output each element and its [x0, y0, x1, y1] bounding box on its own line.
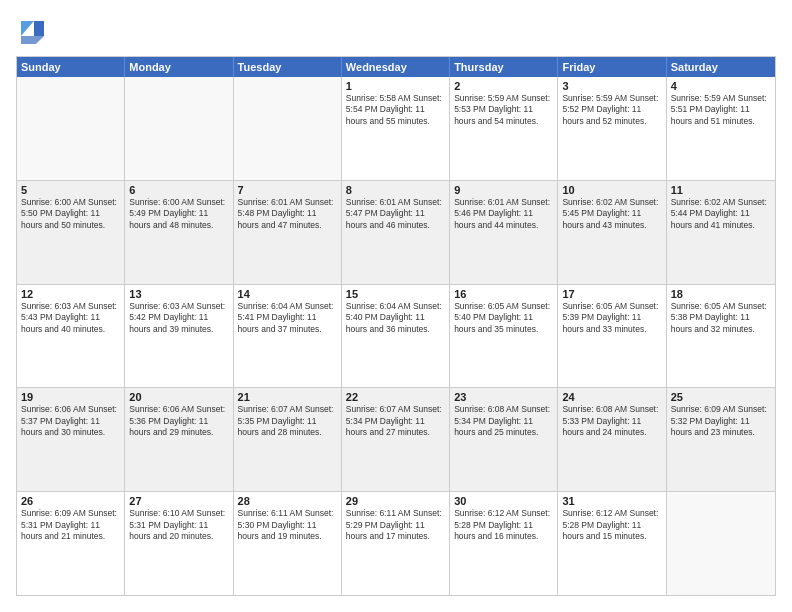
calendar-cell	[234, 77, 342, 180]
calendar-cell: 29Sunrise: 6:11 AM Sunset: 5:29 PM Dayli…	[342, 492, 450, 595]
day-number: 5	[21, 184, 120, 196]
weekday-header: Tuesday	[234, 57, 342, 77]
day-number: 11	[671, 184, 771, 196]
calendar-cell: 6Sunrise: 6:00 AM Sunset: 5:49 PM Daylig…	[125, 181, 233, 284]
day-info: Sunrise: 6:08 AM Sunset: 5:34 PM Dayligh…	[454, 404, 553, 438]
day-info: Sunrise: 6:11 AM Sunset: 5:29 PM Dayligh…	[346, 508, 445, 542]
day-number: 24	[562, 391, 661, 403]
day-number: 15	[346, 288, 445, 300]
day-number: 14	[238, 288, 337, 300]
day-info: Sunrise: 6:04 AM Sunset: 5:41 PM Dayligh…	[238, 301, 337, 335]
day-number: 25	[671, 391, 771, 403]
day-info: Sunrise: 6:12 AM Sunset: 5:28 PM Dayligh…	[562, 508, 661, 542]
calendar-cell: 12Sunrise: 6:03 AM Sunset: 5:43 PM Dayli…	[17, 285, 125, 388]
calendar-row: 19Sunrise: 6:06 AM Sunset: 5:37 PM Dayli…	[17, 387, 775, 491]
weekday-header: Thursday	[450, 57, 558, 77]
weekday-header: Friday	[558, 57, 666, 77]
calendar-cell: 24Sunrise: 6:08 AM Sunset: 5:33 PM Dayli…	[558, 388, 666, 491]
calendar-cell: 22Sunrise: 6:07 AM Sunset: 5:34 PM Dayli…	[342, 388, 450, 491]
page: SundayMondayTuesdayWednesdayThursdayFrid…	[0, 0, 792, 612]
day-number: 7	[238, 184, 337, 196]
calendar-cell: 1Sunrise: 5:58 AM Sunset: 5:54 PM Daylig…	[342, 77, 450, 180]
calendar-row: 12Sunrise: 6:03 AM Sunset: 5:43 PM Dayli…	[17, 284, 775, 388]
day-number: 27	[129, 495, 228, 507]
calendar-cell: 10Sunrise: 6:02 AM Sunset: 5:45 PM Dayli…	[558, 181, 666, 284]
day-number: 16	[454, 288, 553, 300]
day-info: Sunrise: 6:02 AM Sunset: 5:45 PM Dayligh…	[562, 197, 661, 231]
day-info: Sunrise: 6:04 AM Sunset: 5:40 PM Dayligh…	[346, 301, 445, 335]
day-info: Sunrise: 6:12 AM Sunset: 5:28 PM Dayligh…	[454, 508, 553, 542]
day-number: 9	[454, 184, 553, 196]
calendar-cell: 20Sunrise: 6:06 AM Sunset: 5:36 PM Dayli…	[125, 388, 233, 491]
day-number: 18	[671, 288, 771, 300]
calendar-row: 1Sunrise: 5:58 AM Sunset: 5:54 PM Daylig…	[17, 77, 775, 180]
calendar: SundayMondayTuesdayWednesdayThursdayFrid…	[16, 56, 776, 596]
day-number: 29	[346, 495, 445, 507]
day-info: Sunrise: 5:59 AM Sunset: 5:53 PM Dayligh…	[454, 93, 553, 127]
day-number: 20	[129, 391, 228, 403]
calendar-cell: 18Sunrise: 6:05 AM Sunset: 5:38 PM Dayli…	[667, 285, 775, 388]
logo	[16, 16, 48, 46]
calendar-cell: 4Sunrise: 5:59 AM Sunset: 5:51 PM Daylig…	[667, 77, 775, 180]
weekday-header: Sunday	[17, 57, 125, 77]
calendar-cell: 28Sunrise: 6:11 AM Sunset: 5:30 PM Dayli…	[234, 492, 342, 595]
day-info: Sunrise: 6:05 AM Sunset: 5:38 PM Dayligh…	[671, 301, 771, 335]
day-number: 26	[21, 495, 120, 507]
day-number: 22	[346, 391, 445, 403]
day-info: Sunrise: 6:09 AM Sunset: 5:32 PM Dayligh…	[671, 404, 771, 438]
calendar-cell: 9Sunrise: 6:01 AM Sunset: 5:46 PM Daylig…	[450, 181, 558, 284]
calendar-body: 1Sunrise: 5:58 AM Sunset: 5:54 PM Daylig…	[17, 77, 775, 595]
day-number: 6	[129, 184, 228, 196]
calendar-cell: 14Sunrise: 6:04 AM Sunset: 5:41 PM Dayli…	[234, 285, 342, 388]
calendar-cell	[17, 77, 125, 180]
svg-marker-1	[34, 21, 44, 36]
day-info: Sunrise: 6:08 AM Sunset: 5:33 PM Dayligh…	[562, 404, 661, 438]
day-info: Sunrise: 5:58 AM Sunset: 5:54 PM Dayligh…	[346, 93, 445, 127]
calendar-cell: 8Sunrise: 6:01 AM Sunset: 5:47 PM Daylig…	[342, 181, 450, 284]
calendar-cell	[125, 77, 233, 180]
logo-icon	[16, 16, 46, 46]
day-info: Sunrise: 6:01 AM Sunset: 5:48 PM Dayligh…	[238, 197, 337, 231]
day-info: Sunrise: 6:01 AM Sunset: 5:46 PM Dayligh…	[454, 197, 553, 231]
calendar-cell: 19Sunrise: 6:06 AM Sunset: 5:37 PM Dayli…	[17, 388, 125, 491]
weekday-header: Saturday	[667, 57, 775, 77]
calendar-cell: 5Sunrise: 6:00 AM Sunset: 5:50 PM Daylig…	[17, 181, 125, 284]
day-number: 12	[21, 288, 120, 300]
weekday-header: Wednesday	[342, 57, 450, 77]
day-number: 8	[346, 184, 445, 196]
calendar-cell: 30Sunrise: 6:12 AM Sunset: 5:28 PM Dayli…	[450, 492, 558, 595]
day-info: Sunrise: 5:59 AM Sunset: 5:52 PM Dayligh…	[562, 93, 661, 127]
calendar-cell: 17Sunrise: 6:05 AM Sunset: 5:39 PM Dayli…	[558, 285, 666, 388]
calendar-cell: 13Sunrise: 6:03 AM Sunset: 5:42 PM Dayli…	[125, 285, 233, 388]
calendar-cell	[667, 492, 775, 595]
day-number: 2	[454, 80, 553, 92]
weekday-header: Monday	[125, 57, 233, 77]
calendar-cell: 7Sunrise: 6:01 AM Sunset: 5:48 PM Daylig…	[234, 181, 342, 284]
day-info: Sunrise: 6:03 AM Sunset: 5:43 PM Dayligh…	[21, 301, 120, 335]
calendar-row: 5Sunrise: 6:00 AM Sunset: 5:50 PM Daylig…	[17, 180, 775, 284]
day-info: Sunrise: 6:05 AM Sunset: 5:39 PM Dayligh…	[562, 301, 661, 335]
day-info: Sunrise: 6:10 AM Sunset: 5:31 PM Dayligh…	[129, 508, 228, 542]
day-number: 19	[21, 391, 120, 403]
header	[16, 16, 776, 46]
day-number: 28	[238, 495, 337, 507]
day-info: Sunrise: 5:59 AM Sunset: 5:51 PM Dayligh…	[671, 93, 771, 127]
day-number: 3	[562, 80, 661, 92]
calendar-cell: 11Sunrise: 6:02 AM Sunset: 5:44 PM Dayli…	[667, 181, 775, 284]
calendar-cell: 25Sunrise: 6:09 AM Sunset: 5:32 PM Dayli…	[667, 388, 775, 491]
day-info: Sunrise: 6:00 AM Sunset: 5:50 PM Dayligh…	[21, 197, 120, 231]
calendar-header: SundayMondayTuesdayWednesdayThursdayFrid…	[17, 57, 775, 77]
day-number: 10	[562, 184, 661, 196]
calendar-cell: 16Sunrise: 6:05 AM Sunset: 5:40 PM Dayli…	[450, 285, 558, 388]
day-number: 23	[454, 391, 553, 403]
day-info: Sunrise: 6:00 AM Sunset: 5:49 PM Dayligh…	[129, 197, 228, 231]
day-info: Sunrise: 6:06 AM Sunset: 5:37 PM Dayligh…	[21, 404, 120, 438]
day-info: Sunrise: 6:06 AM Sunset: 5:36 PM Dayligh…	[129, 404, 228, 438]
day-number: 31	[562, 495, 661, 507]
day-number: 30	[454, 495, 553, 507]
calendar-row: 26Sunrise: 6:09 AM Sunset: 5:31 PM Dayli…	[17, 491, 775, 595]
calendar-cell: 15Sunrise: 6:04 AM Sunset: 5:40 PM Dayli…	[342, 285, 450, 388]
day-number: 1	[346, 80, 445, 92]
day-number: 17	[562, 288, 661, 300]
calendar-cell: 31Sunrise: 6:12 AM Sunset: 5:28 PM Dayli…	[558, 492, 666, 595]
